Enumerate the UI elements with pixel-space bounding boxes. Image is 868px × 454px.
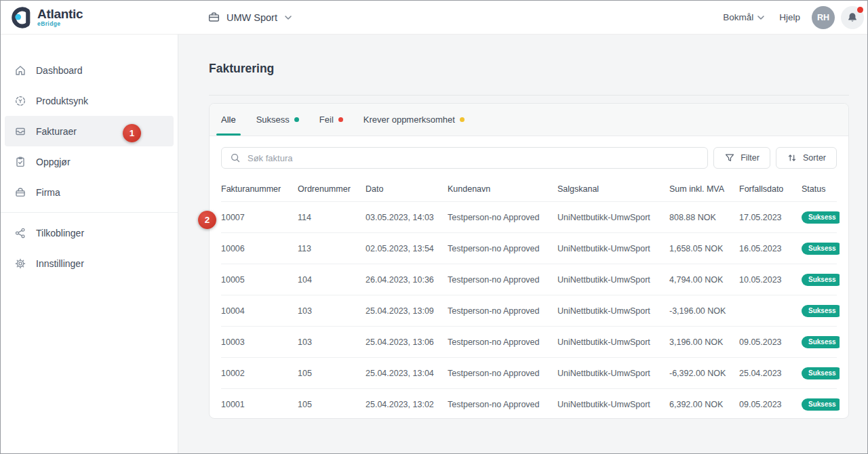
cell-ordrenummer: 113 — [298, 244, 366, 253]
invoices-table: FakturanummerOrdrenummerDatoKundenavnSal… — [210, 177, 848, 419]
brand-name: Atlantic — [37, 7, 83, 20]
app-logo[interactable]: Atlantic eBridge — [1, 5, 83, 30]
briefcase-icon — [14, 186, 26, 199]
cell-status: Suksess — [802, 305, 840, 317]
sidebar-item-label: Dashboard — [36, 65, 83, 76]
column-header: Forfallsdato — [739, 184, 802, 194]
sidebar-item-tilkoblinger[interactable]: Tilkoblinger — [5, 218, 174, 248]
cell-kundenavn: Testperson-no Approved — [448, 275, 557, 285]
cell-dato: 03.05.2023, 14:03 — [366, 213, 448, 222]
cell-kundenavn: Testperson-no Approved — [448, 369, 557, 378]
title-divider — [209, 95, 849, 96]
invoice-row[interactable]: 1000310325.04.2023, 13:06Testperson-no A… — [221, 326, 837, 357]
cell-salgskanal: UniNettbutikk-UmwSport — [557, 337, 669, 347]
sort-arrows-icon — [787, 152, 797, 163]
cell-dato: 26.04.2023, 10:36 — [366, 275, 448, 285]
sidebar-item-label: Firma — [36, 187, 60, 198]
cell-salgskanal: UniNettbutikk-UmwSport — [557, 213, 669, 222]
column-header: Dato — [366, 184, 448, 194]
cell-fakturanummer: 10002 — [221, 369, 298, 378]
search-input[interactable] — [248, 153, 699, 163]
cell-forfallsdato: 09.05.2023 — [739, 337, 802, 347]
sidebar-divider — [1, 212, 178, 213]
app-body: DashboardProduktsynkFakturaerOppgjørFirm… — [1, 35, 867, 453]
status-badge: Suksess — [802, 336, 840, 348]
tab-label: Feil — [319, 115, 334, 125]
sidebar-item-label: Tilkoblinger — [36, 228, 84, 239]
toolbar: Filter Sorter — [210, 136, 848, 177]
filter-button[interactable]: Filter — [713, 147, 770, 169]
cell-fakturanummer: 10001 — [221, 400, 298, 409]
sidebar-item-oppgjør[interactable]: Oppgjør — [5, 146, 174, 177]
cell-kundenavn: Testperson-no Approved — [448, 400, 557, 409]
status-badge: Suksess — [802, 243, 840, 255]
cell-kundenavn: Testperson-no Approved — [448, 213, 557, 222]
cell-salgskanal: UniNettbutikk-UmwSport — [557, 306, 669, 316]
invoice-row[interactable]: 1000110525.04.2023, 13:02Testperson-no A… — [221, 388, 837, 419]
search-icon — [230, 152, 241, 163]
cell-dato: 02.05.2023, 13:54 — [366, 244, 448, 253]
annotation-step-2: 2 — [198, 211, 216, 229]
invoice-row[interactable]: 1000711403.05.2023, 14:03Testperson-no A… — [221, 201, 837, 232]
sidebar-item-label: Fakturaer — [36, 126, 77, 137]
avatar[interactable]: RH — [812, 6, 835, 29]
sidebar-item-innstillinger[interactable]: Innstillinger — [5, 248, 174, 278]
cell-sum: 1,658.05 NOK — [669, 244, 739, 253]
invoice-row[interactable]: 1000210525.04.2023, 13:04Testperson-no A… — [221, 357, 837, 388]
chevron-down-icon — [757, 16, 764, 20]
table-body: 1000711403.05.2023, 14:03Testperson-no A… — [221, 201, 837, 419]
sidebar-item-fakturaer[interactable]: Fakturaer — [5, 116, 174, 146]
cell-forfallsdato: 25.04.2023 — [739, 369, 802, 378]
cell-status: Suksess — [802, 274, 840, 286]
sidebar-item-label: Oppgjør — [36, 157, 71, 167]
cell-dato: 25.04.2023, 13:04 — [366, 369, 448, 378]
cell-forfallsdato: 09.05.2023 — [739, 400, 802, 409]
cell-fakturanummer: 10007 — [221, 213, 298, 222]
cell-sum: 4,794.00 NOK — [669, 275, 739, 285]
tab-label: Alle — [221, 115, 236, 125]
company-selector[interactable]: UMW Sport — [208, 11, 292, 24]
invoice-row[interactable]: 1000611302.05.2023, 13:54Testperson-no A… — [221, 232, 837, 264]
invoice-row[interactable]: 1000510426.04.2023, 10:36Testperson-no A… — [221, 264, 837, 295]
cell-dato: 25.04.2023, 13:02 — [366, 400, 448, 409]
invoice-row[interactable]: 1000410325.04.2023, 13:09Testperson-no A… — [221, 295, 837, 326]
sidebar-item-produktsynk[interactable]: Produktsynk — [5, 85, 174, 116]
column-header: Ordrenummer — [298, 184, 366, 194]
clipboard-check-icon — [14, 156, 26, 168]
table-header-row: FakturanummerOrdrenummerDatoKundenavnSal… — [221, 177, 837, 201]
annotation-step-1: 1 — [123, 124, 141, 142]
topbar: Atlantic eBridge UMW Sport Bokmål — [1, 1, 867, 35]
brand-text: Atlantic eBridge — [37, 7, 83, 27]
tab-alle[interactable]: Alle — [221, 104, 236, 136]
tab-feil[interactable]: Feil — [319, 104, 343, 136]
status-badge: Suksess — [802, 398, 840, 411]
cell-ordrenummer: 105 — [298, 400, 366, 409]
sidebar-item-dashboard[interactable]: Dashboard — [5, 55, 174, 85]
filter-button-label: Filter — [741, 153, 760, 163]
briefcase-icon — [208, 11, 220, 24]
help-link[interactable]: Hjelp — [779, 12, 800, 22]
cell-sum: -6,392.00 NOK — [669, 369, 739, 378]
column-header: Fakturanummer — [221, 184, 298, 194]
sidebar-item-label: Innstillinger — [36, 258, 84, 269]
tab-krever-oppmerksomhet[interactable]: Krever oppmerksomhet — [363, 104, 465, 136]
chevron-down-icon — [285, 16, 292, 20]
sort-button[interactable]: Sorter — [776, 147, 837, 169]
sidebar-item-firma[interactable]: Firma — [5, 177, 174, 207]
cell-ordrenummer: 105 — [298, 369, 366, 378]
notifications-button[interactable] — [841, 6, 864, 29]
inbox-icon — [14, 125, 26, 138]
cell-fakturanummer: 10006 — [221, 244, 298, 253]
language-selector[interactable]: Bokmål — [723, 12, 764, 22]
cell-salgskanal: UniNettbutikk-UmwSport — [557, 400, 669, 409]
brand-tagline: eBridge — [37, 21, 83, 27]
bell-icon — [846, 12, 859, 24]
cell-sum: 808.88 NOK — [669, 213, 739, 222]
cell-sum: 6,392.00 NOK — [669, 400, 739, 409]
tab-suksess[interactable]: Suksess — [256, 104, 299, 136]
cell-status: Suksess — [802, 211, 840, 224]
cell-salgskanal: UniNettbutikk-UmwSport — [557, 275, 669, 285]
cell-forfallsdato: 17.05.2023 — [739, 213, 802, 222]
cell-salgskanal: UniNettbutikk-UmwSport — [557, 369, 669, 378]
cell-sum: -3,196.00 NOK — [669, 306, 739, 316]
